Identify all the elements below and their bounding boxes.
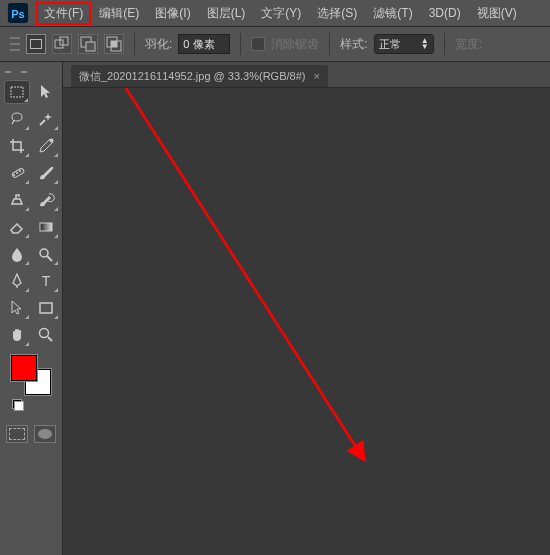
menu-layer[interactable]: 图层(L) — [199, 2, 254, 25]
svg-point-13 — [13, 174, 15, 176]
svg-rect-5 — [86, 42, 95, 51]
tool-gradient[interactable] — [33, 215, 59, 239]
separator — [240, 33, 241, 55]
svg-point-11 — [49, 139, 53, 143]
document-tab-bar: 微信_20201216114952.jpg @ 33.3%(RGB/8#) × — [63, 62, 550, 88]
canvas[interactable] — [63, 88, 550, 555]
tool-rect-marquee[interactable] — [4, 80, 30, 104]
tool-panel: T — [0, 62, 63, 555]
svg-rect-16 — [40, 223, 52, 231]
width-label: 宽度: — [455, 36, 482, 53]
close-icon[interactable]: × — [313, 70, 319, 82]
selection-subtract-button[interactable] — [78, 34, 98, 54]
selection-add-button[interactable] — [52, 34, 72, 54]
document-area: 微信_20201216114952.jpg @ 33.3%(RGB/8#) × — [63, 62, 550, 555]
antialias-checkbox[interactable] — [251, 37, 265, 51]
menu-edit[interactable]: 编辑(E) — [91, 2, 147, 25]
tool-path-select[interactable] — [4, 296, 30, 320]
svg-point-14 — [16, 172, 18, 174]
style-label: 样式: — [340, 36, 367, 53]
tool-crop[interactable] — [4, 134, 30, 158]
menu-view[interactable]: 视图(V) — [469, 2, 525, 25]
tool-shape[interactable] — [33, 296, 59, 320]
tool-pen[interactable] — [4, 269, 30, 293]
svg-rect-3 — [60, 37, 68, 45]
tool-clone-stamp[interactable] — [4, 188, 30, 212]
options-bar: 羽化: 0 像素 消除锯齿 样式: 正常 ▲▼ 宽度: — [0, 26, 550, 62]
panel-grip-icon[interactable] — [3, 68, 59, 76]
document-tab-title: 微信_20201216114952.jpg @ 33.3%(RGB/8#) — [79, 69, 305, 84]
separator — [444, 33, 445, 55]
separator — [329, 33, 330, 55]
tool-healing-brush[interactable] — [4, 161, 30, 185]
menu-3d[interactable]: 3D(D) — [421, 3, 469, 23]
svg-rect-20 — [40, 303, 52, 313]
menu-filter[interactable]: 滤镜(T) — [365, 2, 420, 25]
chevron-updown-icon: ▲▼ — [421, 38, 429, 50]
standard-mode-button[interactable] — [6, 425, 28, 443]
svg-rect-9 — [11, 87, 23, 97]
selection-intersect-button[interactable] — [104, 34, 124, 54]
tool-lasso[interactable] — [4, 107, 30, 131]
tool-type[interactable]: T — [33, 269, 59, 293]
feather-label: 羽化: — [145, 36, 172, 53]
default-colors-icon[interactable] — [12, 399, 24, 411]
selection-new-button[interactable] — [26, 34, 46, 54]
tool-dodge[interactable] — [33, 242, 59, 266]
fg-color-swatch[interactable] — [11, 355, 37, 381]
svg-rect-8 — [111, 41, 117, 47]
ps-logo-icon[interactable]: Ps — [4, 3, 32, 23]
svg-line-10 — [40, 120, 45, 125]
svg-point-17 — [40, 249, 48, 257]
document-tab[interactable]: 微信_20201216114952.jpg @ 33.3%(RGB/8#) × — [71, 65, 328, 87]
annotation-arrow-icon — [63, 88, 483, 548]
antialias-label: 消除锯齿 — [271, 36, 319, 53]
tool-hand[interactable] — [4, 323, 30, 347]
color-swatches[interactable] — [11, 355, 51, 395]
svg-line-18 — [47, 256, 52, 261]
svg-line-22 — [48, 337, 52, 341]
menu-type[interactable]: 文字(Y) — [253, 2, 309, 25]
tool-history-brush[interactable] — [33, 188, 59, 212]
tool-zoom[interactable] — [33, 323, 59, 347]
svg-text:Ps: Ps — [11, 8, 24, 20]
tool-eraser[interactable] — [4, 215, 30, 239]
style-select[interactable]: 正常 ▲▼ — [374, 34, 434, 54]
tool-blur[interactable] — [4, 242, 30, 266]
svg-text:T: T — [41, 273, 50, 289]
svg-rect-12 — [11, 168, 24, 178]
menu-image[interactable]: 图像(I) — [147, 2, 198, 25]
svg-point-15 — [19, 170, 21, 172]
menu-bar: Ps 文件(F) 编辑(E) 图像(I) 图层(L) 文字(Y) 选择(S) 滤… — [0, 0, 550, 26]
tool-eyedropper[interactable] — [33, 134, 59, 158]
svg-line-23 — [113, 88, 363, 458]
feather-input[interactable]: 0 像素 — [178, 34, 230, 54]
menu-select[interactable]: 选择(S) — [309, 2, 365, 25]
quick-mask-button[interactable] — [34, 425, 56, 443]
svg-rect-2 — [55, 40, 63, 48]
tool-magic-wand[interactable] — [33, 107, 59, 131]
menu-file[interactable]: 文件(F) — [36, 2, 91, 25]
separator — [134, 33, 135, 55]
style-value: 正常 — [379, 37, 401, 52]
tool-brush[interactable] — [33, 161, 59, 185]
tool-move[interactable] — [33, 80, 59, 104]
svg-point-21 — [39, 329, 48, 338]
options-grip-icon[interactable] — [10, 35, 20, 53]
